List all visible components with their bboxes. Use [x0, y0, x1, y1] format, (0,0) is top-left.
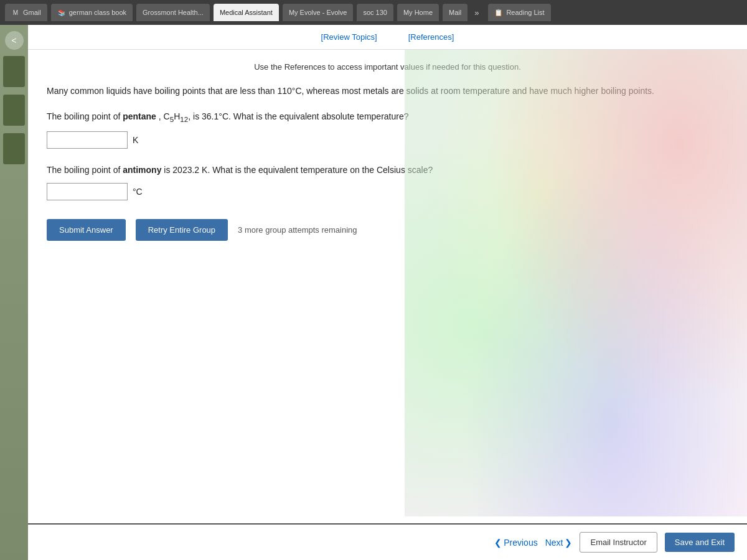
tab-my-evolve[interactable]: My Evolve - Evolve [283, 4, 354, 21]
attempts-remaining-text: 3 more group attempts remaining [238, 225, 357, 235]
book-icon: 📚 [57, 8, 66, 17]
reading-list-tab[interactable]: 📋 Reading List [488, 4, 550, 21]
more-tabs-button[interactable]: » [471, 8, 482, 17]
sub-question-1-text: The boiling point of pentane , C5H12, is… [47, 110, 728, 124]
question-body: Use the References to access important v… [28, 50, 747, 523]
review-topics-tab[interactable]: [Review Topics] [318, 31, 380, 43]
tab-soc130[interactable]: soc 130 [357, 4, 393, 21]
gmail-icon: M [11, 8, 20, 17]
tab-grossmont[interactable]: Grossmont Health... [136, 4, 210, 21]
browser-tab-bar: M Gmail 📚 german class book Grossmont He… [0, 0, 747, 25]
references-note: Use the References to access important v… [47, 62, 728, 72]
content-area: ? [Review Topics] [References] Use the R… [28, 25, 747, 560]
email-instructor-button[interactable]: Email Instructor [580, 532, 657, 553]
save-and-exit-button[interactable]: Save and Exit [665, 533, 735, 552]
celsius-input[interactable] [47, 183, 128, 200]
sub-question-2-text: The boiling point of antimony is 2023.2 … [47, 164, 728, 177]
sidebar-toggle-button[interactable]: < [5, 31, 24, 50]
left-sidebar: < [0, 25, 28, 560]
chevron-left-icon: ❮ [494, 538, 502, 548]
previous-button[interactable]: ❮ Previous [494, 538, 537, 548]
next-button[interactable]: Next ❯ [545, 538, 573, 548]
chevron-left-icon: < [11, 35, 16, 45]
main-area: < ? [Review Topics] [References] [0, 25, 747, 560]
tab-my-home[interactable]: My Home [397, 4, 439, 21]
references-tab[interactable]: [References] [405, 31, 458, 43]
submit-answer-button[interactable]: Submit Answer [47, 219, 126, 241]
answer-input-row-1: K [47, 131, 728, 149]
chevron-right-icon: ❯ [565, 538, 572, 548]
sidebar-nav-item-1[interactable] [3, 56, 25, 87]
tab-medical-assistant[interactable]: Medical Assistant [214, 4, 279, 21]
sidebar-nav-item-3[interactable] [3, 133, 25, 164]
question-content-wrapper: Use the References to access important v… [28, 50, 747, 560]
answer-input-row-2: °C [47, 183, 728, 200]
sidebar-nav-item-2[interactable] [3, 95, 25, 126]
reading-list-icon: 📋 [494, 9, 503, 17]
sub-question-1: The boiling point of pentane , C5H12, is… [47, 110, 728, 148]
tab-gmail[interactable]: M Gmail [5, 4, 47, 21]
sub-question-2: The boiling point of antimony is 2023.2 … [47, 164, 728, 200]
intro-text: Many common liquids have boiling points … [47, 84, 728, 98]
tab-mail[interactable]: Mail [443, 4, 467, 21]
celsius-unit-label: °C [133, 187, 143, 197]
retry-entire-group-button[interactable]: Retry Entire Group [136, 219, 228, 241]
question-tabs: [Review Topics] [References] [28, 25, 747, 50]
tab-german-book[interactable]: 📚 german class book [51, 4, 133, 21]
kelvin-unit-label: K [133, 135, 138, 145]
kelvin-input[interactable] [47, 131, 128, 149]
bottom-navigation: ❮ Previous Next ❯ Email Instructor Save … [28, 523, 747, 560]
buttons-row: Submit Answer Retry Entire Group 3 more … [47, 219, 728, 241]
